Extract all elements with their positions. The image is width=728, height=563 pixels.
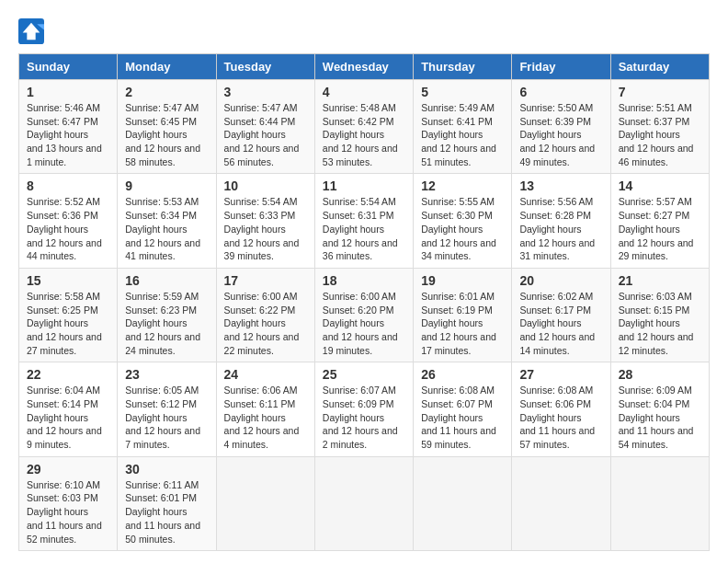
day-detail: Sunrise: 6:09 AM Sunset: 6:04 PM Dayligh…: [619, 384, 701, 451]
col-header-tuesday: Tuesday: [216, 54, 314, 80]
day-number: 16: [125, 273, 208, 288]
day-number: 2: [125, 85, 208, 99]
day-number: 13: [519, 178, 602, 193]
calendar-table: SundayMondayTuesdayWednesdayThursdayFrid…: [18, 53, 710, 551]
day-cell: [414, 456, 512, 550]
day-detail: Sunrise: 5:50 AM Sunset: 6:39 PM Dayligh…: [519, 101, 602, 168]
day-detail: Sunrise: 5:57 AM Sunset: 6:27 PM Dayligh…: [619, 195, 701, 262]
page-header: [18, 18, 710, 44]
day-cell: 23 Sunrise: 6:05 AM Sunset: 6:12 PM Dayl…: [118, 362, 216, 456]
day-number: 15: [27, 273, 109, 288]
day-number: 11: [323, 178, 405, 193]
day-cell: 6 Sunrise: 5:50 AM Sunset: 6:39 PM Dayli…: [512, 80, 610, 174]
day-detail: Sunrise: 5:46 AM Sunset: 6:47 PM Dayligh…: [27, 101, 109, 168]
day-detail: Sunrise: 6:08 AM Sunset: 6:06 PM Dayligh…: [519, 384, 602, 451]
day-number: 4: [323, 85, 405, 99]
day-detail: Sunrise: 5:55 AM Sunset: 6:30 PM Dayligh…: [421, 195, 504, 262]
day-detail: Sunrise: 5:47 AM Sunset: 6:45 PM Dayligh…: [125, 101, 208, 168]
day-number: 22: [27, 367, 109, 382]
day-number: 8: [27, 178, 109, 193]
logo-icon: [18, 18, 44, 44]
day-detail: Sunrise: 5:58 AM Sunset: 6:25 PM Dayligh…: [27, 290, 109, 357]
day-cell: 29 Sunrise: 6:10 AM Sunset: 6:03 PM Dayl…: [19, 456, 118, 550]
day-detail: Sunrise: 6:01 AM Sunset: 6:19 PM Dayligh…: [421, 290, 504, 357]
col-header-thursday: Thursday: [414, 54, 512, 80]
day-number: 21: [619, 273, 701, 288]
day-cell: 7 Sunrise: 5:51 AM Sunset: 6:37 PM Dayli…: [610, 80, 709, 174]
day-number: 10: [224, 178, 307, 193]
week-row-2: 8 Sunrise: 5:52 AM Sunset: 6:36 PM Dayli…: [19, 174, 710, 268]
day-detail: Sunrise: 5:49 AM Sunset: 6:41 PM Dayligh…: [421, 101, 504, 168]
day-cell: 26 Sunrise: 6:08 AM Sunset: 6:07 PM Dayl…: [414, 362, 512, 456]
day-cell: [512, 456, 610, 550]
col-header-sunday: Sunday: [19, 54, 118, 80]
week-row-1: 1 Sunrise: 5:46 AM Sunset: 6:47 PM Dayli…: [19, 80, 710, 174]
day-number: 28: [619, 367, 701, 382]
day-number: 12: [421, 178, 504, 193]
day-cell: 12 Sunrise: 5:55 AM Sunset: 6:30 PM Dayl…: [414, 174, 512, 268]
day-cell: [314, 456, 413, 550]
col-header-monday: Monday: [118, 54, 216, 80]
day-detail: Sunrise: 6:02 AM Sunset: 6:17 PM Dayligh…: [519, 290, 602, 357]
col-header-saturday: Saturday: [610, 54, 709, 80]
day-number: 30: [125, 462, 208, 477]
day-cell: 11 Sunrise: 5:54 AM Sunset: 6:31 PM Dayl…: [314, 174, 413, 268]
day-cell: 22 Sunrise: 6:04 AM Sunset: 6:14 PM Dayl…: [19, 362, 118, 456]
day-detail: Sunrise: 5:59 AM Sunset: 6:23 PM Dayligh…: [125, 290, 208, 357]
day-detail: Sunrise: 6:07 AM Sunset: 6:09 PM Dayligh…: [323, 384, 405, 451]
day-detail: Sunrise: 6:11 AM Sunset: 6:01 PM Dayligh…: [125, 478, 208, 546]
day-cell: 14 Sunrise: 5:57 AM Sunset: 6:27 PM Dayl…: [610, 174, 709, 268]
day-cell: 4 Sunrise: 5:48 AM Sunset: 6:42 PM Dayli…: [314, 80, 413, 174]
day-cell: 20 Sunrise: 6:02 AM Sunset: 6:17 PM Dayl…: [512, 268, 610, 362]
day-cell: 24 Sunrise: 6:06 AM Sunset: 6:11 PM Dayl…: [216, 362, 314, 456]
day-detail: Sunrise: 5:51 AM Sunset: 6:37 PM Dayligh…: [619, 101, 701, 168]
day-detail: Sunrise: 5:47 AM Sunset: 6:44 PM Dayligh…: [224, 101, 307, 168]
day-cell: [216, 456, 314, 550]
day-cell: 10 Sunrise: 5:54 AM Sunset: 6:33 PM Dayl…: [216, 174, 314, 268]
day-detail: Sunrise: 5:48 AM Sunset: 6:42 PM Dayligh…: [323, 101, 405, 168]
day-cell: 15 Sunrise: 5:58 AM Sunset: 6:25 PM Dayl…: [19, 268, 118, 362]
day-cell: 16 Sunrise: 5:59 AM Sunset: 6:23 PM Dayl…: [118, 268, 216, 362]
day-detail: Sunrise: 6:00 AM Sunset: 6:22 PM Dayligh…: [224, 290, 307, 357]
day-detail: Sunrise: 5:52 AM Sunset: 6:36 PM Dayligh…: [27, 195, 109, 262]
week-row-3: 15 Sunrise: 5:58 AM Sunset: 6:25 PM Dayl…: [19, 268, 710, 362]
day-detail: Sunrise: 6:04 AM Sunset: 6:14 PM Dayligh…: [27, 384, 109, 451]
day-detail: Sunrise: 5:53 AM Sunset: 6:34 PM Dayligh…: [125, 195, 208, 262]
day-cell: 30 Sunrise: 6:11 AM Sunset: 6:01 PM Dayl…: [118, 456, 216, 550]
day-number: 27: [519, 367, 602, 382]
day-cell: 2 Sunrise: 5:47 AM Sunset: 6:45 PM Dayli…: [118, 80, 216, 174]
day-detail: Sunrise: 6:06 AM Sunset: 6:11 PM Dayligh…: [224, 384, 307, 451]
day-cell: 13 Sunrise: 5:56 AM Sunset: 6:28 PM Dayl…: [512, 174, 610, 268]
day-detail: Sunrise: 5:54 AM Sunset: 6:31 PM Dayligh…: [323, 195, 405, 262]
day-number: 29: [27, 462, 109, 477]
day-detail: Sunrise: 6:10 AM Sunset: 6:03 PM Dayligh…: [27, 478, 109, 546]
day-number: 24: [224, 367, 307, 382]
week-row-5: 29 Sunrise: 6:10 AM Sunset: 6:03 PM Dayl…: [19, 456, 710, 550]
day-number: 18: [323, 273, 405, 288]
week-row-4: 22 Sunrise: 6:04 AM Sunset: 6:14 PM Dayl…: [19, 362, 710, 456]
day-number: 3: [224, 85, 307, 99]
day-cell: 18 Sunrise: 6:00 AM Sunset: 6:20 PM Dayl…: [314, 268, 413, 362]
day-number: 26: [421, 367, 504, 382]
day-cell: 5 Sunrise: 5:49 AM Sunset: 6:41 PM Dayli…: [414, 80, 512, 174]
day-number: 5: [421, 85, 504, 99]
day-number: 9: [125, 178, 208, 193]
day-number: 23: [125, 367, 208, 382]
day-cell: 3 Sunrise: 5:47 AM Sunset: 6:44 PM Dayli…: [216, 80, 314, 174]
logo: [18, 18, 48, 44]
day-number: 6: [519, 85, 602, 99]
day-cell: 25 Sunrise: 6:07 AM Sunset: 6:09 PM Dayl…: [314, 362, 413, 456]
col-header-friday: Friday: [512, 54, 610, 80]
day-number: 19: [421, 273, 504, 288]
col-header-wednesday: Wednesday: [314, 54, 413, 80]
day-cell: 27 Sunrise: 6:08 AM Sunset: 6:06 PM Dayl…: [512, 362, 610, 456]
day-detail: Sunrise: 5:56 AM Sunset: 6:28 PM Dayligh…: [519, 195, 602, 262]
header-row: SundayMondayTuesdayWednesdayThursdayFrid…: [19, 54, 710, 80]
day-cell: [610, 456, 709, 550]
day-cell: 8 Sunrise: 5:52 AM Sunset: 6:36 PM Dayli…: [19, 174, 118, 268]
day-number: 20: [519, 273, 602, 288]
day-cell: 9 Sunrise: 5:53 AM Sunset: 6:34 PM Dayli…: [118, 174, 216, 268]
day-number: 25: [323, 367, 405, 382]
day-detail: Sunrise: 6:08 AM Sunset: 6:07 PM Dayligh…: [421, 384, 504, 451]
day-detail: Sunrise: 6:03 AM Sunset: 6:15 PM Dayligh…: [619, 290, 701, 357]
